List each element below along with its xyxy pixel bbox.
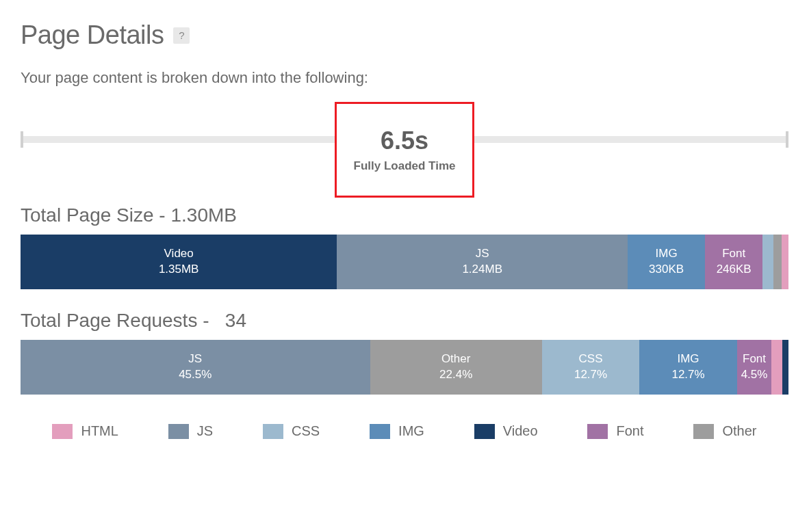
legend-swatch [693,424,714,439]
bar-segment-label: JS [476,246,489,262]
legend-label: HTML [81,423,118,439]
fully-loaded-value: 6.5s [381,127,428,155]
bar-segment-css[interactable]: CSS12.7% [542,340,639,395]
legend-label: Other [722,423,756,439]
bar-segment-value: 45.5% [179,367,211,383]
size-title-prefix: Total Page Size - [21,204,170,226]
bar-segment-label: Font [722,246,745,262]
legend-label: IMG [398,423,424,439]
legend-swatch [52,424,73,439]
bar-segment-img[interactable]: IMG12.7% [639,340,736,395]
bar-segment-value: 12.7% [671,367,704,383]
bar-segment-label: Font [743,351,766,367]
timeline: 6.5s Fully Loaded Time [21,102,788,184]
legend-item-img[interactable]: IMG [370,423,424,439]
page-title: Page Details [21,21,164,50]
requests-title-prefix: Total Page Requests - [21,310,214,331]
bar-segment-value: 4.5% [741,367,768,383]
legend-label: CSS [292,423,320,439]
bar-segment-video[interactable] [782,340,788,395]
legend-item-other[interactable]: Other [693,423,756,439]
requests-section-title: Total Page Requests - 34 [21,310,788,332]
legend-label: Video [503,423,538,439]
bar-segment-html[interactable] [771,340,782,395]
legend-item-video[interactable]: Video [474,423,538,439]
legend-swatch [587,424,608,439]
bar-segment-other[interactable] [773,235,782,289]
requests-bar-chart: JS45.5%Other22.4%CSS12.7%IMG12.7%Font4.5… [21,340,788,395]
header-row: Page Details ? [21,21,788,50]
legend-swatch [168,424,189,439]
legend-label: JS [197,423,213,439]
bar-segment-font[interactable]: Font246KB [705,235,762,289]
requests-title-value: 34 [214,310,246,331]
fully-loaded-callout: 6.5s Fully Loaded Time [335,102,474,198]
bar-segment-label: Other [441,351,471,367]
legend-swatch [263,424,283,439]
bar-segment-label: CSS [579,351,603,367]
bar-segment-font[interactable]: Font4.5% [737,340,771,395]
legend-item-js[interactable]: JS [168,423,213,439]
legend-item-font[interactable]: Font [587,423,643,439]
bar-segment-label: JS [188,351,202,367]
page-subhead: Your page content is broken down into th… [21,69,788,87]
legend: HTMLJSCSSIMGVideoFontOther [21,423,788,439]
bar-segment-label: IMG [677,351,699,367]
size-bar-chart: Video1.35MBJS1.24MBIMG330KBFont246KB [21,235,788,289]
bar-segment-js[interactable]: JS45.5% [21,340,370,395]
size-title-value: 1.30MB [170,204,237,226]
bar-segment-value: 246KB [717,262,752,278]
bar-segment-label: IMG [656,246,678,262]
bar-segment-img[interactable]: IMG330KB [628,235,705,289]
bar-segment-label: Video [164,246,194,262]
bar-segment-css[interactable] [762,235,773,289]
bar-segment-value: 22.4% [439,367,472,383]
bar-segment-video[interactable]: Video1.35MB [21,235,337,289]
bar-segment-html[interactable] [782,235,788,289]
bar-segment-value: 12.7% [574,367,607,383]
bar-segment-js[interactable]: JS1.24MB [337,235,628,289]
legend-item-css[interactable]: CSS [263,423,320,439]
bar-segment-other[interactable]: Other22.4% [370,340,542,395]
bar-segment-value: 1.35MB [159,262,199,278]
help-icon[interactable]: ? [173,27,190,44]
legend-swatch [370,424,390,439]
legend-swatch [474,424,495,439]
legend-label: Font [616,423,643,439]
fully-loaded-label: Fully Loaded Time [354,159,456,173]
bar-segment-value: 330KB [649,262,684,278]
size-section-title: Total Page Size - 1.30MB [21,204,788,226]
legend-item-html[interactable]: HTML [52,423,118,439]
bar-segment-value: 1.24MB [462,262,502,278]
